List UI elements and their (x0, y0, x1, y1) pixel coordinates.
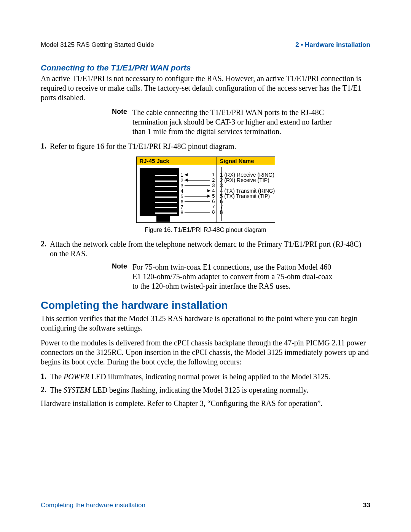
signal-cell: 1 (RX) Receive (RING) 2 (RX) Receive (TI… (217, 165, 275, 223)
wire-num: 7 (212, 204, 215, 209)
wire-num: 8 (212, 209, 215, 215)
pin-label: 8 (181, 209, 183, 215)
note-block-2: Note For 75-ohm twin-coax E1 connections… (41, 262, 370, 291)
pin-label: 2 (181, 177, 183, 183)
step-1: 1. Refer to figure 16 for the T1/E1/PRI … (41, 142, 370, 151)
wire-num: 4 (212, 188, 215, 193)
footer-page-number: 33 (363, 502, 370, 509)
sig-label: (RX) Receive (TIP) (224, 177, 269, 183)
col-header-signal: Signal Name (217, 157, 275, 165)
step-text: The SYSTEM LED begins flashing, indicati… (50, 385, 370, 395)
note-body: For 75-ohm twin-coax E1 connections, use… (132, 262, 334, 291)
boot-step-1: 1. The POWER LED illuminates, indicating… (41, 372, 370, 382)
note-label: Note (83, 262, 132, 291)
step-text: The POWER LED illuminates, indicating no… (50, 372, 370, 382)
note-body: The cable connecting the T1/E1/PRI WAN p… (132, 108, 334, 136)
subheading-connecting: Connecting to the T1/E1/PRI WAN ports (41, 63, 370, 72)
wire-num: 6 (212, 198, 215, 204)
wire-num: 1 (212, 172, 215, 177)
figure-caption: Figure 16. T1/E1/PRI RJ-48C pinout diagr… (41, 227, 370, 233)
rj45-jack-icon: 1 2 3 4 5 6 7 8 (137, 165, 217, 222)
wire-num: 2 (212, 177, 215, 183)
figure-16: RJ-45 Jack Signal Name (41, 157, 370, 233)
step-number: 1. (41, 372, 50, 382)
pin-label: 6 (181, 199, 183, 204)
power-led-label: POWER (64, 372, 89, 381)
footer-section-title: Completing the hardware installation (41, 502, 145, 509)
pin-label: 4 (181, 188, 183, 194)
completing-p2: Power to the modules is delivered from t… (41, 338, 370, 367)
jack-diagram-cell: 1 2 3 4 5 6 7 8 (136, 165, 217, 223)
step-2: 2. Attach the network cable from the tel… (41, 240, 370, 259)
completing-p3: Hardware installation is complete. Refer… (41, 399, 370, 408)
header-chapter: 2 • Hardware installation (295, 41, 370, 49)
intro-paragraph: An active T1/E1/PRI is not necessary to … (41, 74, 370, 102)
note-label: Note (83, 108, 132, 136)
pin-label: 7 (181, 204, 183, 210)
step-text: Refer to figure 16 for the T1/E1/PRI RJ-… (50, 142, 370, 151)
heading-completing: Completing the hardware installation (41, 299, 370, 312)
sig-num: 8 (218, 209, 223, 215)
step-number: 1. (41, 142, 50, 151)
col-header-jack: RJ-45 Jack (136, 157, 217, 165)
jack-body (140, 168, 179, 216)
step-text: Attach the network cable from the teleph… (50, 240, 370, 259)
system-led-label: SYSTEM (64, 386, 91, 394)
page: Model 3125 RAS Getting Started Guide 2 •… (0, 0, 411, 532)
note-block-1: Note The cable connecting the T1/E1/PRI … (41, 108, 370, 136)
pin-label: 1 (181, 172, 183, 178)
header-guide-title: Model 3125 RAS Getting Started Guide (41, 41, 154, 49)
wire-num: 3 (212, 182, 215, 188)
pin-label: 5 (181, 193, 183, 199)
boot-step-2: 2. The SYSTEM LED begins flashing, indic… (41, 385, 370, 395)
completing-p1: This section verifies that the Model 312… (41, 314, 370, 333)
page-header: Model 3125 RAS Getting Started Guide 2 •… (41, 41, 370, 49)
page-footer: Completing the hardware installation 33 (41, 502, 370, 509)
step-number: 2. (41, 385, 50, 395)
pinout-table: RJ-45 Jack Signal Name (136, 157, 275, 223)
pin-label: 3 (181, 183, 183, 189)
step-number: 2. (41, 240, 50, 259)
sig-label: (TX) Transmit (TIP) (224, 193, 270, 199)
wire-num: 5 (212, 193, 215, 199)
